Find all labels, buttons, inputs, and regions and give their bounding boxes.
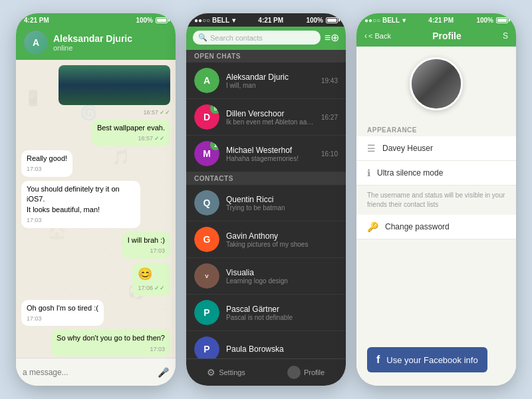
name-icon: ☰ [367,143,376,154]
status-time: 4:21 PM [24,17,49,24]
contact-item-michael[interactable]: M 1 Michael Westerhof Hahaha stagememori… [186,136,346,172]
contact-item-visualia[interactable]: V Visualia Learning logo design [186,258,346,295]
contact-item-dillen[interactable]: D 5 Dillen Verschoor Ik ben even met Abl… [186,99,346,136]
status-right: 100% [136,17,168,24]
carrier-label: ●●○○ BELL [194,17,229,24]
profile-row-mode: ℹ Ultra silence mode [356,161,516,186]
mic-icon: 🎤 [158,367,169,378]
contact-item-gavin[interactable]: G Gavin Anthony Taking pictures of my sh… [186,221,346,258]
status-time-2: 4:21 PM [258,17,283,24]
message-input[interactable] [23,368,152,377]
profile-title: Profile [396,31,497,41]
contacts-header: 🔍 Search contacts ≡⊕ [186,27,346,50]
contact-list: Open chats A Aleksandar Djuric I will, m… [186,50,346,358]
contact-info: Aleksandar Djuric I will, man [226,72,315,89]
profile-thumb [287,366,301,379]
carrier-label-3: ●●○○ BELL [364,17,400,24]
profile-body: APPEARANCE ☰ Davey Heuser ℹ Ultra silenc… [356,47,516,386]
contact-info-michael: Michael Westerhof Hahaha stagememories! [226,146,315,162]
header-name: Aleksandar Djuric [53,33,168,44]
contact-item-pascal[interactable]: P Pascal Gärtner Pascal is not definable [186,295,346,331]
header-status: online [53,44,168,52]
settings-label: Settings [219,368,245,376]
msg-time: 16:57 ✓✓ [59,109,170,116]
password-icon: 🔑 [367,221,378,232]
tab-profile[interactable]: Profile [266,363,346,382]
profile-avatar-section [356,47,516,121]
message-image [59,65,170,105]
battery-label-2: 100% [306,17,323,24]
message-received-2: You should definitely try it on iOS7.It … [21,181,140,228]
profile-label: Profile [304,368,325,376]
search-placeholder: Search contacts [210,34,263,42]
contact-info-dillen: Dillen Verschoor Ik ben even met Ableton… [226,109,315,126]
badge-dillen: 5 [210,104,219,114]
status-bar-chat: 4:21 PM 100% [16,13,176,27]
chat-input-bar: 🎤 [16,358,176,386]
profile-row-password[interactable]: 🔑 Change password [356,215,516,239]
facebook-icon: f [376,354,380,366]
back-button[interactable]: ‹ < Back [364,31,391,41]
facebook-button[interactable]: f Use your Facebook info [367,347,487,372]
search-box[interactable]: 🔍 Search contacts [193,31,321,45]
badge-michael: 1 [210,141,219,150]
message-received: Really good! 17:03 [21,150,72,177]
tab-settings[interactable]: ⚙ Settings [186,363,266,382]
settings-icon: ⚙ [207,367,215,378]
battery-icon-3 [496,17,508,23]
search-icon: 🔍 [198,33,207,42]
message-image-row: 16:57 ✓✓ [59,65,170,116]
contact-avatar-michael: M 1 [194,141,219,166]
battery-label: 100% [136,17,153,24]
message-sent-2: I will brah :) 17:03 [122,232,170,259]
profile-note: The username and status will be visible … [356,186,516,215]
battery-icon-2 [326,17,338,23]
profile-row-name: ☰ Davey Heuser [356,136,516,161]
battery-icon [156,17,168,23]
status-time-3: 4:21 PM [428,17,454,24]
wifi-icon-3: ▾ [402,17,406,24]
phone-contacts: ●●○○ BELL ▾ 4:21 PM 100% 🔍 Search contac… [186,13,346,386]
message-emoji: 😊 17:06 ✓✓ [132,263,170,296]
change-password-label: Change password [385,222,450,231]
chat-area[interactable]: 📱 🎵 🏠 ⚽ 🌀 16:57 ✓✓ Best wallpaper evah. … [16,60,176,358]
phone-chat: 4:21 PM 100% A Aleksandar Djuric online … [16,13,176,386]
phones-container: 4:21 PM 100% A Aleksandar Djuric online … [0,0,532,399]
section-contacts: Contacts [186,172,346,185]
profile-mode-value: Ultra silence mode [377,168,443,178]
wifi-icon: ▾ [232,17,235,24]
chat-header: A Aleksandar Djuric online [16,27,176,60]
contact-item-aleksandar[interactable]: A Aleksandar Djuric I will, man 19:43 [186,63,346,99]
contact-item-paula[interactable]: P Paula Borowska [186,331,346,358]
message-sent-3: So why don't you go to bed then? 17:03 [51,330,170,356]
facebook-button-label: Use your Facebook info [386,355,477,365]
mode-icon: ℹ [367,168,370,178]
phone-profile: ●●○○ BELL ▾ 4:21 PM 100% ‹ < Back Profil… [356,13,516,386]
battery-label-3: 100% [476,17,493,24]
message-received-3: Oh gosh I'm so tired :( 17:03 [21,300,104,327]
status-bar-profile: ●●○○ BELL ▾ 4:21 PM 100% [356,13,516,27]
section-open-chats: Open chats [186,50,346,63]
contact-avatar-dillen: D 5 [194,104,219,130]
avatar: A [24,31,48,55]
contact-avatar: A [194,68,219,93]
status-bar-contacts: ●●○○ BELL ▾ 4:21 PM 100% [186,13,346,27]
profile-name-value: Davey Heuser [382,144,433,153]
contacts-list-icon[interactable]: ≡⊕ [325,31,339,44]
profile-avatar [410,57,463,110]
profile-settings-button[interactable]: S [503,31,508,41]
message-sent: Best wallpaper evah. 16:57 ✓✓ [92,120,170,146]
profile-header: ‹ < Back Profile S [356,27,516,47]
bottom-tabs: ⚙ Settings Profile [186,358,346,386]
header-info: Aleksandar Djuric online [53,33,168,52]
appearance-section-title: APPEARANCE [356,121,516,136]
contact-item-quentin[interactable]: Q Quentin Ricci Trying to be batman [186,185,346,221]
